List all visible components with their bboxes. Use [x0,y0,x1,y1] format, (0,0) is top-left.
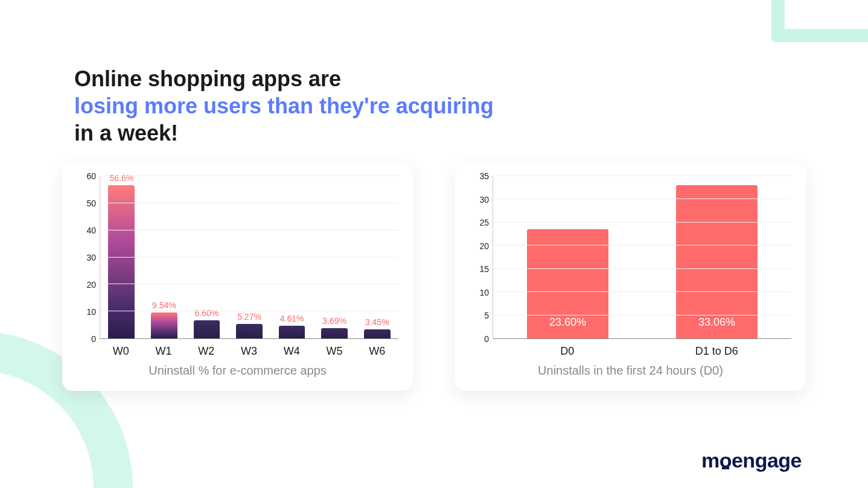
x-axis: D0D1 to D6 [493,339,791,358]
bar-slot: 4.61% [270,176,313,338]
headline-line2: losing more users than they're acquiring [74,92,494,119]
grid-line [493,291,791,292]
x-tick: W2 [185,339,228,358]
bar: 6.60% [194,320,220,338]
x-axis: W0W1W2W3W4W5W6 [100,339,398,358]
bar-slot: 9.54% [143,176,186,338]
bar-value-label: 3.45% [365,317,389,327]
bar: 33.06% [676,185,758,338]
x-tick: W6 [356,339,398,358]
headline-line1: Online shopping apps are [74,65,494,92]
chart-subtitle: Uninstalls in the first 24 hours (D0) [470,364,791,378]
y-tick: 20 [479,241,489,251]
y-tick: 25 [479,218,489,227]
bar: 3.45% [364,329,391,338]
headline: Online shopping apps are losing more use… [74,65,494,147]
grid-line [100,176,398,176]
x-tick: W0 [100,339,142,358]
grid-line [100,311,398,311]
y-tick: 20 [86,280,96,290]
charts-row: 0102030405060 56.6%9.54%6.60%5.27%4.61%3… [62,163,806,391]
bar-value-label: 56.6% [109,173,133,183]
y-tick: 30 [86,253,96,262]
grid-line [100,257,398,258]
y-tick: 0 [484,334,489,344]
grid-line [493,268,791,269]
bar-slot: 5.27% [228,176,271,338]
chart-area: 05101520253035 23.60%33.06% [470,176,791,339]
grid-line [493,176,791,176]
decorative-box [771,0,868,42]
x-tick: W3 [228,339,270,358]
bar-value-label: 33.06% [698,316,735,329]
y-tick: 60 [86,171,96,181]
chart-subtitle: Uninstall % for e-commerce apps [77,364,398,378]
bar: 56.6% [108,185,135,338]
plot: 56.6%9.54%6.60%5.27%4.61%3.69%3.45% [100,176,398,339]
y-axis: 05101520253035 [470,176,493,339]
x-tick: W1 [142,339,185,358]
y-tick: 10 [86,307,96,317]
y-tick: 5 [484,311,489,320]
plot: 23.60%33.06% [493,176,791,339]
bar-value-label: 9.54% [152,300,176,310]
y-axis: 0102030405060 [77,176,100,339]
x-tick: D0 [493,339,642,358]
grid-line [493,245,791,246]
bar-value-label: 3.69% [322,316,346,326]
y-tick: 35 [479,171,489,181]
bar: 5.27% [236,324,263,338]
bar-value-label: 5.27% [237,312,261,322]
bar-slot: 6.60% [185,176,228,338]
headline-line3: in a week! [74,119,494,147]
y-tick: 30 [479,195,489,204]
bar: 3.69% [321,328,348,338]
grid-line [100,203,398,203]
chart-card-weekly-uninstall: 0102030405060 56.6%9.54%6.60%5.27%4.61%3… [62,163,413,391]
y-tick: 50 [86,198,96,208]
chart-area: 0102030405060 56.6%9.54%6.60%5.27%4.61%3… [77,176,398,339]
grid-line [493,222,791,223]
bar-value-label: 6.60% [195,308,219,318]
y-tick: 0 [91,334,96,344]
bar: 9.54% [151,312,177,338]
bars: 56.6%9.54%6.60%5.27%4.61%3.69%3.45% [100,176,398,338]
y-tick: 40 [86,226,96,235]
bar-value-label: 23.60% [549,316,586,329]
grid-line [100,230,398,230]
bar: 4.61% [279,326,305,338]
brand-logo: moengage [701,449,802,472]
x-tick: W4 [270,339,313,358]
bar-slot: 3.69% [313,176,356,338]
bar-slot: 56.6% [100,176,143,338]
grid-line [493,198,791,199]
y-tick: 15 [479,264,489,274]
grid-line [493,315,791,315]
bar-slot: 3.45% [356,176,398,338]
x-tick: D1 to D6 [642,339,792,358]
y-tick: 10 [479,288,489,297]
bar-value-label: 4.61% [280,314,304,323]
chart-card-d0-uninstall: 05101520253035 23.60%33.06% D0D1 to D6 U… [455,163,806,391]
grid-line [100,284,398,284]
x-tick: W5 [313,339,356,358]
